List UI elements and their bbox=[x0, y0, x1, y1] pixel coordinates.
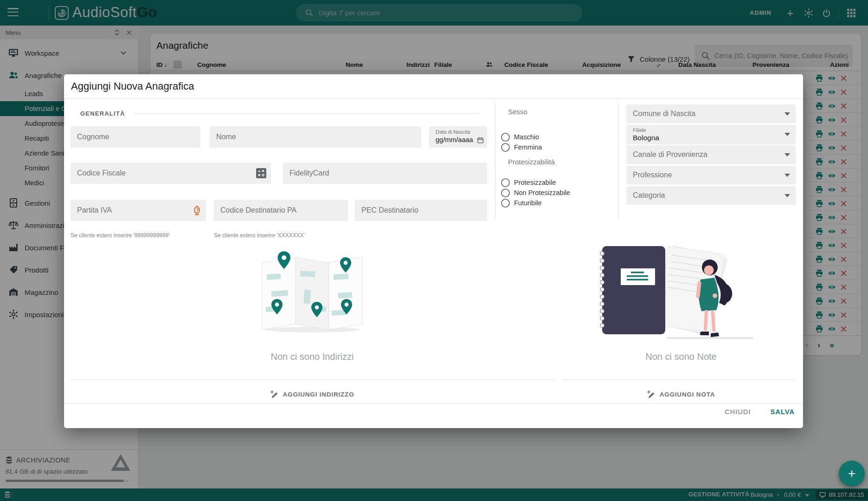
radio-circle-icon bbox=[501, 178, 510, 187]
professione-select[interactable]: Professione bbox=[626, 166, 796, 184]
codice-fiscale-field[interactable]: Codice Fiscale bbox=[71, 163, 271, 184]
select-placeholder: Comune di Nascita bbox=[633, 104, 695, 123]
pencil-plus-icon bbox=[647, 390, 656, 398]
codice-destinatario-helper: Se cliente estero inserire 'XXXXXXX' bbox=[214, 232, 305, 239]
protesizzabilita-radio-group: ProtesizzabileNon ProtesizzabileFuturibi… bbox=[501, 177, 617, 208]
radio-circle-icon bbox=[501, 189, 510, 197]
generalita-section-label: GENERALITÀ bbox=[80, 110, 125, 117]
select-placeholder: Professione bbox=[633, 166, 672, 184]
partita-iva-helper: Se cliente estero inserire '99999999999' bbox=[71, 232, 169, 239]
codice-fiscale-calculator-icon[interactable] bbox=[256, 168, 266, 180]
protesizzabilita-radio-non-protesizzabile[interactable]: Non Protesizzabile bbox=[501, 188, 617, 198]
select-label: Filiale bbox=[633, 127, 646, 133]
chevron-down-icon bbox=[784, 112, 790, 116]
cognome-field[interactable]: Cognome bbox=[71, 126, 200, 148]
sesso-radio-maschio[interactable]: Maschio bbox=[501, 132, 617, 142]
map-illustration bbox=[258, 247, 366, 335]
chevron-down-icon bbox=[784, 194, 790, 197]
filiale-select[interactable]: FilialeBologna bbox=[626, 125, 796, 144]
radio-label: Futuribile bbox=[514, 199, 542, 207]
sesso-group-label: Sesso bbox=[508, 108, 527, 116]
pencil-plus-icon bbox=[270, 390, 279, 398]
dialog-title: Aggiungi Nuova Anagrafica bbox=[71, 80, 194, 92]
notes-illustration bbox=[593, 242, 769, 343]
calendar-icon bbox=[477, 137, 484, 143]
protesizzabilita-radio-futuribile[interactable]: Futuribile bbox=[501, 198, 617, 208]
sesso-radio-femmina[interactable]: Femmina bbox=[501, 142, 617, 152]
protesizzabilita-group-label: Protesizzabilità bbox=[508, 158, 555, 166]
radio-label: Non Protesizzabile bbox=[514, 189, 570, 196]
radio-circle-icon bbox=[501, 133, 510, 142]
nome-field[interactable]: Nome bbox=[210, 126, 421, 148]
sesso-radio-group: MaschioFemmina bbox=[501, 132, 617, 152]
radio-circle-icon bbox=[501, 199, 510, 208]
comune-di-nascita-select[interactable]: Comune di Nascita bbox=[626, 104, 796, 123]
chevron-down-icon bbox=[784, 174, 790, 177]
partita-iva-verify-icon[interactable] bbox=[193, 205, 201, 218]
categoria-select[interactable]: Categoria bbox=[626, 186, 796, 205]
radio-label: Protesizzabile bbox=[514, 179, 556, 186]
select-placeholder: Categoria bbox=[633, 186, 665, 205]
protesizzabilita-radio-protesizzabile[interactable]: Protesizzabile bbox=[501, 177, 617, 188]
select-placeholder: Canale di Provenienza bbox=[633, 145, 707, 164]
chevron-down-icon bbox=[784, 133, 790, 136]
canale-di-provenienza-select[interactable]: Canale di Provenienza bbox=[626, 145, 796, 164]
pec-destinatario-field[interactable]: PEC Destinatario bbox=[355, 200, 487, 221]
select-value: Bologna bbox=[633, 134, 659, 142]
aggiungi-nota-button[interactable]: AGGIUNGI NOTA bbox=[647, 390, 715, 398]
radio-label: Femmina bbox=[514, 143, 542, 151]
salva-button[interactable]: SALVA bbox=[770, 408, 795, 416]
codice-destinatario-field[interactable]: Codice Destinatario PA bbox=[214, 200, 348, 221]
chevron-down-icon bbox=[784, 153, 790, 156]
chiudi-button[interactable]: CHIUDI bbox=[725, 408, 751, 416]
aggiungi-indirizzo-button[interactable]: AGGIUNGI INDIRIZZO bbox=[270, 390, 354, 398]
data-nascita-field[interactable]: Data di Nascita gg/mm/aaaa bbox=[429, 126, 487, 148]
empty-note-text: Non ci sono Note bbox=[645, 351, 716, 362]
fidelity-card-field[interactable]: FidelityCard bbox=[283, 163, 487, 184]
radio-circle-icon bbox=[501, 143, 510, 152]
add-record-fab[interactable]: + bbox=[839, 461, 865, 487]
add-anagrafica-dialog: Aggiungi Nuova Anagrafica GENERALITÀ Cog… bbox=[64, 74, 803, 428]
radio-label: Maschio bbox=[514, 133, 539, 141]
partita-iva-field[interactable]: Partita IVA bbox=[71, 200, 206, 221]
empty-indirizzi-text: Non ci sono Indirizzi bbox=[271, 351, 354, 362]
